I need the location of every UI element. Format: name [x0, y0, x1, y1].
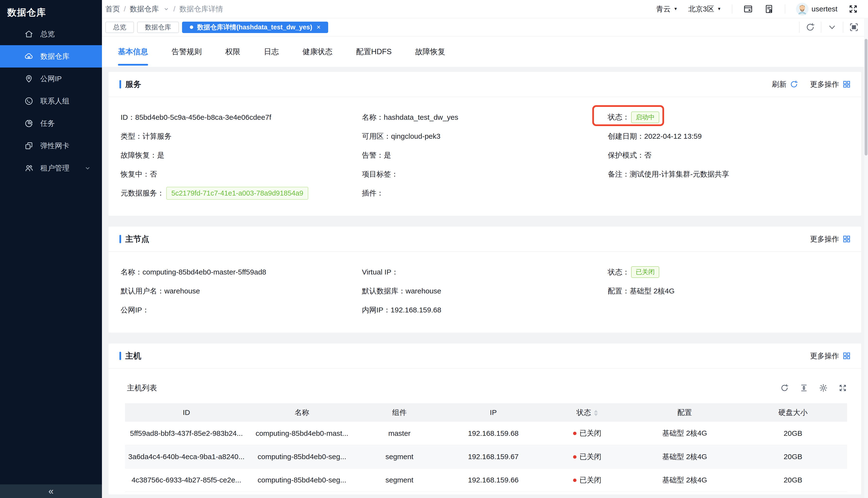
more-operations-button[interactable]: 更多操作 — [810, 79, 851, 89]
divider — [799, 22, 800, 33]
elastic-nic-icon — [24, 141, 33, 150]
topbar-right: 青云▼ 北京3区▼ usertest — [646, 3, 858, 15]
fullscreen-button[interactable] — [848, 4, 858, 14]
sidebar-item-label: 数据仓库 — [40, 52, 69, 62]
refresh-icon[interactable] — [805, 22, 815, 32]
frame-icon[interactable] — [849, 22, 859, 32]
gear-icon[interactable] — [819, 383, 828, 392]
scrollbar-thumb[interactable] — [865, 39, 868, 156]
console-switcher[interactable]: 青云▼ — [656, 4, 678, 14]
refresh-icon — [790, 80, 798, 89]
table-row[interactable]: 3a6da4c4-640b-4eca-9ba1-a8240... computi… — [125, 445, 847, 468]
caret-down-icon: ▼ — [717, 6, 721, 11]
sidebar-item-label: 联系人组 — [40, 96, 69, 106]
col-component: 组件 — [356, 403, 443, 422]
service-section: 服务 刷新 更多操作 — [109, 72, 861, 216]
more-operations-grid-icon — [842, 80, 851, 89]
fullscreen-icon[interactable] — [838, 383, 847, 392]
billing-button[interactable] — [743, 4, 753, 14]
section-title: 服务 — [119, 79, 141, 90]
home-icon — [24, 29, 33, 39]
col-ip: IP — [443, 403, 544, 422]
tab-data-warehouse[interactable]: 数据仓库 — [137, 22, 179, 33]
more-operations-button[interactable]: 更多操作 — [810, 234, 851, 244]
host-section: 主机 更多操作 主机列表 — [109, 343, 861, 494]
tenant-management-icon — [24, 163, 33, 173]
sidebar-item-data-warehouse[interactable]: 数据仓库 — [0, 45, 102, 67]
host-table-title-row: 主机列表 — [127, 383, 847, 393]
tab-permissions[interactable]: 权限 — [225, 37, 240, 67]
field-default-db: 默认数据库：warehouse — [362, 281, 608, 301]
sidebar-item-overview[interactable]: 总览 — [0, 23, 102, 45]
sidebar-item-tasks[interactable]: 任务 — [0, 112, 102, 134]
col-name: 名称 — [248, 403, 356, 422]
billing-icon — [743, 4, 753, 14]
tab-alert-rules[interactable]: 告警规则 — [172, 37, 202, 67]
host-table-area: 主机列表 — [109, 369, 861, 494]
breadcrumb-home[interactable]: 首页 — [105, 4, 120, 14]
field-status: 状态： 启动中 — [608, 108, 852, 127]
tab-fault-recovery[interactable]: 故障恢复 — [415, 37, 445, 67]
tab-overview[interactable]: 总览 — [105, 22, 134, 33]
field-created: 创建日期：2022-04-12 13:59 — [608, 127, 852, 146]
more-operations-button[interactable]: 更多操作 — [810, 351, 851, 361]
tab-basic-info[interactable]: 基本信息 — [118, 37, 148, 67]
host-table: ID 名称 组件 IP 状态 配置 硬盘大小 5ff59ad8-bbf3-437… — [125, 403, 847, 492]
ticket-button[interactable] — [764, 4, 774, 14]
field-type: 类型：计算服务 — [121, 127, 362, 146]
chevron-down-icon[interactable] — [163, 6, 169, 12]
sidebar-item-contact-group[interactable]: 联系人组 — [0, 90, 102, 112]
tab-warehouse-detail[interactable]: 数据仓库详情(hashdata_test_dw_yes) × — [182, 22, 328, 33]
topbar: 首页 / 数据仓库 / 数据仓库详情 青云▼ 北京3区▼ — [102, 0, 868, 18]
tab-logs[interactable]: 日志 — [264, 37, 279, 67]
refresh-button[interactable]: 刷新 — [772, 79, 798, 89]
field-recovering: 恢复中：否 — [121, 165, 362, 184]
table-row[interactable]: 5ff59ad8-bbf3-437f-85e2-983b24... comput… — [125, 422, 847, 445]
field-virtual-ip: Virtual IP： — [362, 263, 608, 281]
breadcrumb: 首页 / 数据仓库 / 数据仓库详情 — [105, 4, 223, 14]
col-config: 配置 — [630, 403, 739, 422]
chevron-down-icon — [84, 165, 91, 172]
master-header: 主节点 更多操作 — [109, 227, 861, 252]
sidebar-item-tenant-management[interactable]: 租户管理 — [0, 157, 102, 179]
breadcrumb-current: 数据仓库详情 — [179, 4, 223, 14]
scrollbar-track[interactable] — [864, 18, 868, 498]
caret-down-icon: ▼ — [674, 6, 678, 11]
chevron-down-icon[interactable] — [827, 22, 837, 32]
avatar — [796, 3, 809, 15]
sidebar-collapse-button[interactable]: « — [0, 484, 102, 498]
sidebar-item-public-ip[interactable]: 公网IP — [0, 67, 102, 90]
master-fields: 名称：computing-85bd4eb0-master-5ff59ad8 Vi… — [109, 252, 861, 332]
user-menu[interactable]: usertest — [796, 3, 838, 15]
ticket-icon — [764, 4, 774, 14]
sidebar-item-elastic-nic[interactable]: 弹性网卡 — [0, 134, 102, 157]
fullscreen-icon — [848, 4, 858, 14]
row-height-icon[interactable] — [800, 383, 808, 392]
field-zone: 可用区：qingcloud-pek3 — [362, 127, 608, 146]
tab-configure-hdfs[interactable]: 配置HDFS — [356, 37, 392, 67]
public-ip-icon — [24, 74, 33, 83]
more-operations-grid-icon — [842, 352, 851, 360]
more-operations-grid-icon — [842, 235, 851, 244]
status-badge: 已关闭 — [631, 266, 659, 278]
table-row[interactable]: 4c38756c-6933-4b27-85f5-ce2e... computin… — [125, 468, 847, 492]
tab-health-status[interactable]: 健康状态 — [302, 37, 333, 67]
field-public-ip: 公网IP： — [121, 301, 362, 319]
title-accent-bar — [119, 235, 121, 243]
metadata-service-tag[interactable]: 5c2179fd-71c7-41e1-a003-78a9d91854a9 — [166, 187, 308, 200]
close-icon[interactable]: × — [316, 23, 321, 31]
service-fields: ID：85bd4eb0-5c9a-456e-b8ca-3e4e06cdee7f … — [109, 97, 861, 216]
sidebar-item-label: 租户管理 — [40, 163, 69, 173]
field-config: 配置：基础型 2核4G — [608, 281, 852, 301]
col-status[interactable]: 状态 — [544, 403, 630, 422]
section-title: 主机 — [119, 351, 141, 362]
refresh-icon[interactable] — [780, 383, 789, 392]
tabstrip: 总览 数据仓库 数据仓库详情(hashdata_test_dw_yes) × — [102, 18, 868, 37]
sidebar-item-label: 总览 — [40, 29, 55, 39]
data-warehouse-icon — [24, 52, 33, 61]
sort-icon[interactable] — [594, 410, 598, 416]
breadcrumb-data-warehouse[interactable]: 数据仓库 — [130, 4, 159, 14]
region-switcher[interactable]: 北京3区▼ — [688, 4, 721, 14]
divider — [843, 22, 843, 33]
field-alarm: 告警：是 — [362, 146, 608, 165]
